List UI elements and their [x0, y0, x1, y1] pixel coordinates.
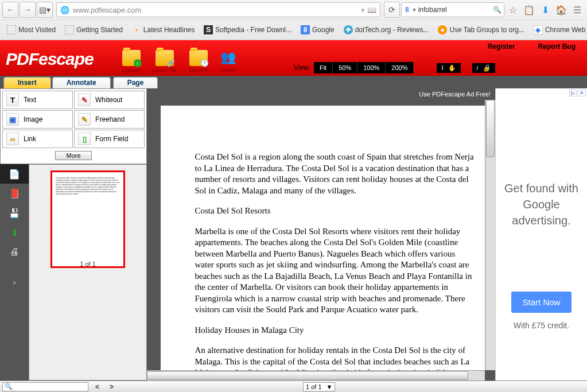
browser-chrome: ← → ▤▾ 🌐 www.pdfescape.com ▾ 📖 ⟳ 8 ▾ inf…: [0, 0, 587, 40]
text-cursor-icon: I: [441, 64, 443, 71]
zoom-fit[interactable]: Fit: [314, 62, 333, 73]
zoom-50[interactable]: 50%: [333, 62, 357, 73]
tool-image[interactable]: ▣Image: [2, 110, 73, 129]
blank-icon[interactable]: ▫: [0, 273, 29, 293]
app-header: PDFescape Upload Load URL Recent Share V…: [0, 40, 587, 76]
pdf-page: Costa Del Sol is a region along the sout…: [161, 106, 488, 370]
bookmark-dottech[interactable]: ✚dotTech.org - Reviews...: [340, 24, 433, 36]
tab-page[interactable]: Page: [113, 77, 158, 88]
clipboard-icon[interactable]: 📋: [522, 2, 537, 17]
bookmarks-bar: Most Visited Getting Started ▪Latest Hea…: [0, 20, 587, 39]
tool-form-field[interactable]: ▯Form Field: [74, 130, 145, 148]
bookmark-getting-started[interactable]: Getting Started: [61, 24, 126, 36]
bookmark-latest-headlines[interactable]: ▪Latest Headlines: [129, 24, 198, 36]
view-controls: View: Fit 50% 100% 200% I✋ i🔒: [294, 62, 495, 73]
bookmark-most-visited[interactable]: Most Visited: [3, 24, 59, 36]
bookmark-softpedia[interactable]: SSoftpedia - Free Downl...: [200, 24, 295, 36]
left-panel: TText ✎Whiteout ▣Image ✎Freehand ∞Link ▯…: [0, 88, 147, 381]
tool-text[interactable]: TText: [2, 91, 73, 109]
forward-button[interactable]: →: [20, 2, 36, 18]
reload-button[interactable]: ⟳: [384, 2, 400, 18]
page-selector[interactable]: 1 of 1▼: [303, 382, 335, 391]
lock-icon: 🔒: [483, 64, 491, 72]
url-text: www.pdfescape.com: [73, 6, 141, 14]
print-icon[interactable]: 🖨: [0, 242, 29, 262]
chevron-down-icon: ▼: [326, 383, 333, 390]
ad-panel: ▷ ✕ Get found with Google advertising. S…: [495, 88, 587, 381]
ad-headline: Get found with Google advertising.: [496, 180, 587, 228]
ad-info-icon[interactable]: ▷: [569, 90, 577, 96]
register-link[interactable]: Register: [488, 42, 515, 51]
ad-credit: With £75 credit.: [496, 321, 587, 330]
bookmark-google[interactable]: 8Google: [297, 24, 338, 36]
search-engine-icon: 8: [404, 6, 410, 14]
doc-paragraph: Costa Del Sol is a region along the sout…: [195, 152, 476, 196]
status-bar: 🔍 < > 1 of 1▼: [0, 381, 587, 392]
back-button[interactable]: ←: [2, 2, 18, 18]
cursor-tools[interactable]: I✋: [437, 63, 460, 73]
ad-close-icon[interactable]: ✕: [578, 90, 586, 96]
search-icon: 🔍: [5, 383, 13, 390]
zoom-200[interactable]: 200%: [386, 62, 414, 73]
tool-link[interactable]: ∞Link: [2, 130, 73, 148]
pages-icon[interactable]: 📄: [0, 164, 29, 184]
more-button[interactable]: More: [55, 151, 91, 160]
editor-tabs: Insert Annotate Page: [0, 76, 587, 88]
save-icon[interactable]: 💾: [0, 203, 29, 223]
bookmark-dropdown[interactable]: ▤▾: [37, 2, 53, 18]
hand-icon: ✋: [448, 64, 456, 72]
zoom-100[interactable]: 100%: [357, 62, 386, 73]
search-bar[interactable]: 8 ▾ infobarrel 🔍: [401, 2, 504, 17]
side-icon-strip: 📄 📕 💾 ⬇ 🖨 ▫: [0, 164, 29, 381]
tool-whiteout[interactable]: ✎Whiteout: [74, 91, 145, 109]
download-icon[interactable]: ⬇: [0, 223, 29, 242]
globe-icon: 🌐: [60, 6, 69, 14]
info-icon: i: [477, 64, 478, 72]
tab-annotate[interactable]: Annotate: [52, 77, 111, 88]
doc-paragraph: An alternative destination for holiday r…: [195, 345, 476, 370]
thumbnail-panel: Lorem ipsum dolor sit amet consectetur a…: [29, 164, 147, 381]
bookmark-tabgroups[interactable]: ●Use Tab Groups to org...: [434, 24, 528, 36]
horizontal-scrollbar[interactable]: [147, 370, 485, 381]
doc-heading: Holiday Houses in Malaga City: [195, 325, 476, 336]
ad-cta-button[interactable]: Start Now: [511, 292, 572, 313]
search-icon[interactable]: 🔍: [493, 6, 502, 14]
url-bar[interactable]: 🌐 www.pdfescape.com ▾ 📖: [56, 2, 380, 17]
recent-button[interactable]: Recent: [189, 50, 208, 73]
load-url-button[interactable]: Load URL: [152, 50, 178, 73]
star-icon[interactable]: ☆: [506, 2, 520, 17]
tool-panel: TText ✎Whiteout ▣Image ✎Freehand ∞Link ▯…: [0, 88, 147, 164]
search-value: infobarrel: [418, 6, 447, 14]
document-scroll[interactable]: Costa Del Sol is a region along the sout…: [147, 100, 495, 370]
view-label: View:: [294, 64, 310, 72]
share-button[interactable]: Share: [219, 50, 238, 73]
ad-free-link[interactable]: Use PDFescape Ad Free!: [147, 88, 495, 100]
upload-button[interactable]: Upload: [122, 50, 141, 73]
logo: PDFescape: [0, 49, 99, 76]
pdf-icon[interactable]: 📕: [0, 184, 29, 203]
reader-icon[interactable]: ▾ 📖: [361, 6, 376, 14]
doc-paragraph: Marbella is one of the Costa Del Sol Res…: [195, 226, 476, 316]
menu-icon[interactable]: ☰: [570, 2, 585, 17]
download-icon[interactable]: ⬇: [538, 2, 553, 17]
next-page[interactable]: >: [110, 383, 114, 391]
home-icon[interactable]: 🏠: [554, 2, 569, 17]
tab-insert[interactable]: Insert: [3, 77, 51, 88]
doc-heading: Costa Del Sol Resorts: [195, 205, 476, 217]
vertical-scrollbar[interactable]: [485, 100, 495, 370]
prev-page[interactable]: <: [95, 383, 99, 391]
tool-freehand[interactable]: ✎Freehand: [74, 110, 145, 129]
page-thumbnail[interactable]: Lorem ipsum dolor sit amet consectetur a…: [50, 170, 125, 268]
thumbnail-label: 1 of 1: [52, 263, 123, 265]
report-bug-link[interactable]: Report Bug: [538, 42, 576, 51]
find-input[interactable]: 🔍: [2, 382, 88, 391]
ad-controls: ▷ ✕: [569, 90, 586, 96]
info-lock[interactable]: i🔒: [472, 63, 495, 73]
document-area: Use PDFescape Ad Free! Costa Del Sol is …: [147, 88, 495, 381]
bookmark-chrome-store[interactable]: ◆Chrome Web Store - P...: [530, 24, 587, 36]
